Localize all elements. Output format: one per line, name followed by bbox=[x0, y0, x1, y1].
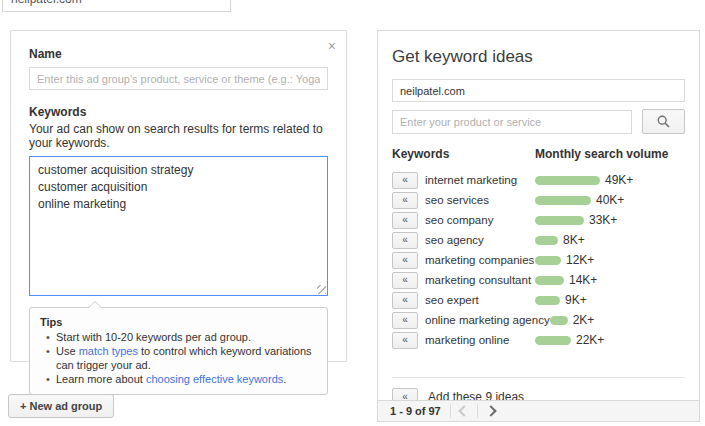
search-volume-bar bbox=[535, 256, 561, 265]
keywords-textarea-wrap: customer acquisition strategy customer a… bbox=[29, 156, 328, 296]
keyword-row: « seo company 33K+ bbox=[392, 210, 685, 230]
keyword-label: online marketing agency bbox=[425, 314, 550, 326]
divider bbox=[477, 404, 478, 418]
volume-column-header: Monthly search volume bbox=[535, 147, 668, 161]
keyword-row: « marketing consultant 14K+ bbox=[392, 270, 685, 290]
keyword-row: « marketing online 22K+ bbox=[392, 330, 685, 350]
keyword-label: seo agency bbox=[425, 234, 535, 246]
tip-text-pre: Start with 10-20 keywords per ad group. bbox=[56, 331, 251, 343]
keyword-label: marketing online bbox=[425, 334, 535, 346]
keywords-textarea[interactable]: customer acquisition strategy customer a… bbox=[29, 156, 328, 296]
keywords-help-text: Your ad can show on search results for t… bbox=[29, 122, 328, 150]
search-volume-value: 14K+ bbox=[569, 273, 597, 287]
search-volume-bar bbox=[535, 176, 600, 185]
add-keyword-button[interactable]: « bbox=[392, 212, 418, 229]
bullet-icon: • bbox=[40, 372, 56, 386]
tips-list: • Start with 10-20 keywords per ad group… bbox=[40, 330, 317, 386]
page-range-label: 1 - 9 of 97 bbox=[390, 405, 441, 417]
add-keyword-button[interactable]: « bbox=[392, 272, 418, 289]
search-volume-value: 33K+ bbox=[589, 213, 617, 227]
keyword-label: marketing consultant bbox=[425, 274, 535, 286]
product-search-row bbox=[392, 109, 685, 134]
keyword-row: « marketing companies 12K+ bbox=[392, 250, 685, 270]
tips-title: Tips bbox=[40, 315, 317, 329]
chevron-left-icon[interactable] bbox=[458, 405, 469, 416]
search-volume-value: 12K+ bbox=[566, 253, 594, 267]
add-keyword-button[interactable]: « bbox=[392, 232, 418, 249]
search-volume-bar bbox=[550, 316, 568, 325]
tip-text-pre: Use bbox=[56, 345, 79, 357]
search-volume-bar bbox=[535, 296, 560, 305]
name-label: Name bbox=[29, 47, 328, 61]
bullet-icon: • bbox=[40, 330, 56, 344]
ad-group-panel: × Name Keywords Your ad can show on sear… bbox=[10, 30, 347, 362]
keyword-label: marketing companies bbox=[425, 254, 535, 266]
keyword-row: « online marketing agency 2K+ bbox=[392, 310, 685, 330]
keyword-label: seo services bbox=[425, 194, 535, 206]
keywords-column-header: Keywords bbox=[392, 147, 535, 161]
pagination-footer: 1 - 9 of 97 bbox=[377, 400, 700, 422]
keyword-label: seo company bbox=[425, 214, 535, 226]
ad-group-name-input[interactable] bbox=[29, 67, 328, 90]
keyword-row: « seo agency 8K+ bbox=[392, 230, 685, 250]
keyword-ideas-list: « internet marketing 49K+ « seo services… bbox=[392, 170, 685, 350]
bullet-icon: • bbox=[40, 344, 56, 372]
list-divider bbox=[392, 377, 685, 378]
ideas-panel-title: Get keyword ideas bbox=[392, 47, 685, 67]
callout-arrow-fill bbox=[88, 302, 102, 309]
keyword-row: « internet marketing 49K+ bbox=[392, 170, 685, 190]
magnifier-icon bbox=[657, 115, 670, 128]
tip-item: • Use match types to control which keywo… bbox=[40, 344, 317, 372]
tip-text: Use match types to control which keyword… bbox=[56, 344, 317, 372]
tip-text: Start with 10-20 keywords per ad group. bbox=[56, 330, 317, 344]
search-volume-bar bbox=[535, 236, 558, 245]
keyword-ideas-panel: Get keyword ideas Keywords Monthly searc… bbox=[377, 30, 700, 401]
search-volume-bar bbox=[535, 196, 591, 205]
ideas-website-input[interactable] bbox=[392, 79, 685, 102]
tip-item: • Learn more about choosing effective ke… bbox=[40, 372, 317, 386]
keyword-row: « seo expert 9K+ bbox=[392, 290, 685, 310]
search-button[interactable] bbox=[642, 109, 685, 134]
keyword-label: internet marketing bbox=[425, 174, 535, 186]
keyword-row: « seo services 40K+ bbox=[392, 190, 685, 210]
add-keyword-button[interactable]: « bbox=[392, 252, 418, 269]
tip-text-post: . bbox=[283, 373, 286, 385]
tip-text-pre: Learn more about bbox=[56, 373, 146, 385]
divider bbox=[450, 404, 451, 418]
add-keyword-button[interactable]: « bbox=[392, 172, 418, 189]
add-keyword-button[interactable]: « bbox=[392, 292, 418, 309]
tip-link[interactable]: choosing effective keywords bbox=[146, 373, 283, 385]
search-volume-value: 8K+ bbox=[563, 233, 585, 247]
product-service-input[interactable] bbox=[392, 110, 632, 134]
keywords-label: Keywords bbox=[29, 105, 328, 119]
tip-link[interactable]: match types bbox=[79, 345, 138, 357]
search-volume-value: 2K+ bbox=[573, 313, 595, 327]
close-icon[interactable]: × bbox=[328, 39, 336, 53]
add-keyword-button[interactable]: « bbox=[392, 312, 418, 329]
chevron-right-icon[interactable] bbox=[485, 405, 496, 416]
search-volume-bar bbox=[535, 216, 584, 225]
tip-text: Learn more about choosing effective keyw… bbox=[56, 372, 317, 386]
search-volume-value: 40K+ bbox=[596, 193, 624, 207]
search-volume-bar bbox=[535, 336, 571, 345]
new-ad-group-button[interactable]: + New ad group bbox=[8, 394, 114, 418]
add-keyword-button[interactable]: « bbox=[392, 192, 418, 209]
search-volume-value: 22K+ bbox=[576, 333, 604, 347]
tip-item: • Start with 10-20 keywords per ad group… bbox=[40, 330, 317, 344]
search-volume-value: 9K+ bbox=[565, 293, 587, 307]
tips-box: Tips • Start with 10-20 keywords per ad … bbox=[29, 307, 328, 395]
add-keyword-button[interactable]: « bbox=[392, 332, 418, 349]
keyword-label: seo expert bbox=[425, 294, 535, 306]
search-volume-bar bbox=[535, 276, 564, 285]
column-headers: Keywords Monthly search volume bbox=[392, 147, 685, 161]
search-volume-value: 49K+ bbox=[605, 173, 633, 187]
website-input-clipped[interactable] bbox=[2, 0, 231, 12]
